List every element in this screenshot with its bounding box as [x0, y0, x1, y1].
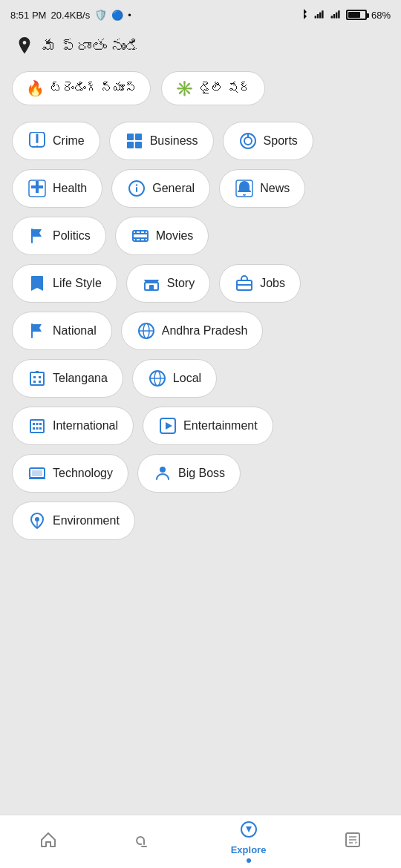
international-label: International [53, 419, 118, 433]
category-crime[interactable]: Crime [12, 122, 100, 160]
trending-news-button[interactable]: 🔥 ట్రెండింగ్ న్యూస్ [12, 71, 151, 105]
time-text: 8:51 PM [10, 10, 46, 21]
category-story[interactable]: Story [126, 264, 210, 303]
bluetooth-icon [299, 8, 309, 22]
shield-icon: 🛡️ [94, 9, 107, 21]
category-telangana[interactable]: Telangana [12, 359, 123, 398]
dot-icon: • [128, 10, 131, 21]
svg-rect-0 [315, 16, 316, 18]
movies-label: Movies [156, 229, 194, 243]
nav-explore[interactable]: Explore [216, 815, 281, 868]
active-dot [247, 858, 251, 863]
category-row-1: Crime Business Sports [12, 122, 389, 160]
category-sports[interactable]: Sports [223, 122, 313, 160]
category-movies[interactable]: Movies [115, 217, 209, 255]
categories-container: Crime Business Sports Health [0, 117, 401, 552]
local-globe-icon [148, 369, 167, 388]
bulb-icon [135, 831, 153, 853]
location-text: మీ ప్రాంతం నుండి [42, 39, 140, 56]
category-national[interactable]: National [12, 312, 112, 350]
svg-rect-3 [322, 10, 323, 18]
category-bigboss[interactable]: Big Boss [137, 454, 241, 493]
svg-rect-55 [36, 427, 39, 430]
nav-edit[interactable] [329, 825, 376, 859]
jobs-label: Jobs [260, 277, 285, 290]
signal-icon [330, 9, 342, 22]
category-row-7: International Entertainment [12, 407, 389, 445]
category-local[interactable]: Local [132, 359, 217, 398]
category-entertainment[interactable]: Entertainment [143, 407, 273, 445]
svg-rect-14 [135, 142, 142, 148]
bigboss-label: Big Boss [178, 467, 225, 480]
trending-label: ట్రెండింగ్ న్యూస్ [50, 82, 137, 95]
svg-rect-2 [319, 12, 321, 18]
svg-rect-34 [149, 285, 154, 290]
category-business[interactable]: Business [109, 122, 214, 160]
explore-icon [240, 821, 258, 843]
edit-icon [344, 831, 362, 853]
svg-rect-20 [136, 187, 137, 192]
category-general[interactable]: General [111, 169, 210, 208]
svg-rect-26 [133, 237, 148, 239]
svg-marker-65 [246, 826, 252, 832]
svg-rect-13 [127, 142, 134, 148]
svg-rect-25 [133, 233, 148, 234]
security-icon: 🔵 [111, 10, 123, 21]
quick-actions: 🔥 ట్రెండింగ్ న్యూస్ ✳️ డైలీ షేర్ [0, 64, 401, 117]
battery-icon [346, 10, 367, 20]
national-flag-icon [27, 321, 47, 341]
sparkle-emoji: ✳️ [175, 79, 194, 97]
environment-label: Environment [53, 514, 120, 527]
technology-label: Technology [53, 467, 113, 480]
svg-rect-50 [30, 420, 44, 433]
svg-rect-6 [336, 12, 337, 18]
wifi-icon [313, 9, 325, 22]
status-right: 68% [299, 8, 391, 22]
svg-rect-11 [127, 134, 134, 140]
category-jobs[interactable]: Jobs [219, 264, 301, 303]
svg-rect-8 [36, 134, 39, 143]
svg-rect-51 [33, 423, 35, 425]
bookmark-icon [27, 274, 47, 293]
content-area: Crime Business Sports Health [0, 117, 401, 611]
fire-emoji: 🔥 [26, 79, 45, 97]
general-label: General [152, 182, 195, 195]
story-label: Story [167, 277, 195, 290]
bell-icon [235, 179, 254, 198]
svg-point-62 [35, 517, 39, 522]
entertainment-label: Entertainment [183, 419, 258, 433]
category-environment[interactable]: Environment [12, 502, 135, 540]
category-andhra[interactable]: Andhra Pradesh [121, 312, 264, 350]
category-row-5: National Andhra Pradesh [12, 312, 389, 350]
category-politics[interactable]: Politics [12, 217, 106, 255]
category-health[interactable]: Health [12, 169, 102, 208]
globe-icon [137, 321, 156, 341]
svg-rect-43 [39, 376, 41, 378]
svg-rect-7 [338, 10, 339, 18]
local-label: Local [173, 372, 201, 385]
svg-marker-58 [166, 422, 172, 430]
daily-share-button[interactable]: ✳️ డైలీ షేర్ [161, 71, 264, 105]
category-international[interactable]: International [12, 407, 134, 445]
svg-rect-53 [39, 423, 42, 425]
svg-rect-32 [144, 239, 146, 241]
exclamation-icon [27, 131, 47, 151]
person-icon [153, 464, 172, 483]
nav-home[interactable] [25, 825, 72, 859]
health-label: Health [53, 182, 87, 195]
leaf-icon [27, 511, 47, 530]
category-technology[interactable]: Technology [12, 454, 128, 493]
svg-rect-1 [317, 14, 319, 19]
category-row-3: Politics Movies [12, 217, 389, 255]
home-icon [39, 831, 57, 853]
building-icon [27, 369, 47, 388]
nav-bulb[interactable] [120, 825, 168, 859]
daily-label: డైలీ షేర్ [200, 82, 250, 95]
category-news[interactable]: News [219, 169, 305, 208]
svg-rect-52 [36, 423, 39, 425]
category-lifestyle[interactable]: Life Style [12, 264, 117, 303]
category-row-2: Health General News [12, 169, 389, 208]
international-icon [27, 416, 47, 435]
film-icon [131, 226, 150, 246]
laptop-icon [27, 464, 47, 483]
